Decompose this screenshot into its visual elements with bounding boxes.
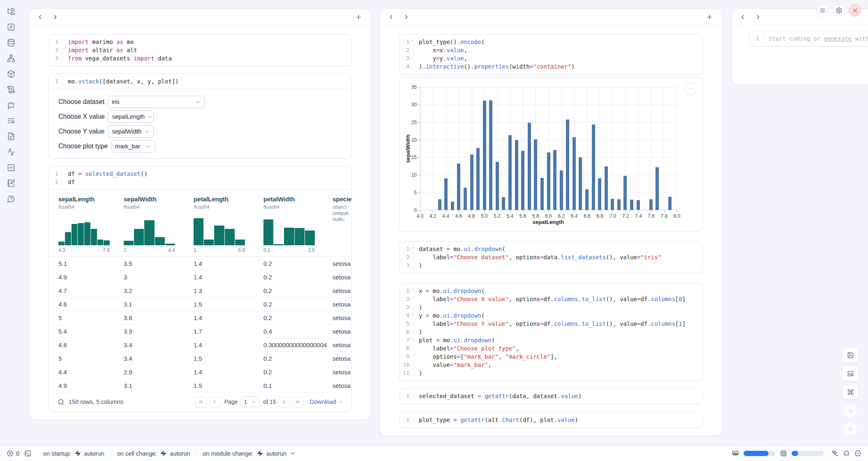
layout-button[interactable] [842,366,859,381]
prev-page-button[interactable] [209,396,220,408]
add-cell-button[interactable] [704,12,715,23]
column-histogram[interactable] [263,214,315,245]
fold-chevron-icon[interactable] [411,337,414,341]
column-prev-button[interactable] [34,12,46,23]
column-header[interactable]: sepalWidthfloat6424.4 [124,196,194,253]
column-header[interactable]: petalLengthfloat6416.9 [194,196,263,253]
y-value-select[interactable]: sepalWidth [108,125,154,138]
code-editor[interactable]: 1Start coding or generate with AI [749,31,868,46]
line-number: 1 [399,38,413,46]
histogram-bar [274,244,284,245]
column-1-header [29,9,371,25]
table-cell: 1.5 [194,301,263,308]
table-row[interactable]: 4.93.11.50.1setosa [48,379,352,392]
table-row[interactable]: 4.42.91.40.2setosa [48,365,352,379]
cell-dataset-dropdown: 1dataset = mo.ui.dropdown(2 label="Choos… [399,241,703,273]
on-cell-change-chip[interactable]: on cell change: autorun [111,449,196,459]
sidebar-item-variables[interactable] [4,145,18,159]
fold-chevron-icon[interactable] [411,39,414,43]
column-next-button[interactable] [49,12,61,23]
sidebar-item-tracebacks[interactable] [4,114,18,128]
table-cell: setosa [332,328,352,335]
next-page-button[interactable] [279,396,290,408]
table-search-button[interactable] [58,399,65,406]
table-row[interactable]: 4.63.11.50.2setosa [48,297,352,311]
sidebar-item-file-explorer[interactable] [4,5,18,18]
column-header[interactable]: petalWidthfloat640.12.5 [263,196,332,253]
column-histogram[interactable] [124,214,175,245]
table-row[interactable]: 5.13.51.40.2setosa [48,257,352,270]
fold-chevron-icon[interactable] [411,313,414,316]
ai-button[interactable] [831,450,838,457]
x-value-select[interactable]: sepalLength [108,111,154,123]
x-tick-mark [536,211,536,213]
column-header[interactable]: speciesobjectunique:nulls: [332,196,352,253]
sidebar-item-datasources[interactable] [4,36,18,50]
sidebar-item-dependencies[interactable] [4,51,18,65]
on-startup-chip[interactable]: on startup: autorun [37,449,111,459]
plot-type-select[interactable]: mark_bar [111,140,155,152]
dataset-select[interactable]: iris [108,96,205,108]
code-editor[interactable]: 1x = mo.ui.dropdown(2 label="Choose X va… [399,284,702,380]
connection-status-button[interactable] [854,450,861,457]
sidebar-item-documentation[interactable] [4,129,18,143]
table-row[interactable]: 53.61.40.2setosa [48,311,352,325]
code-editor[interactable]: 1import marimo as mo2import altair as al… [48,35,351,66]
table-cell: 1.4 [194,314,263,321]
sidebar-item-scratchpad[interactable] [4,176,18,190]
table-row[interactable]: 53.41.50.2setosa [48,352,352,365]
fold-chevron-icon[interactable] [411,246,414,250]
y-tick-label: 5 [399,190,417,196]
sidebar-item-help[interactable] [4,192,18,206]
copilot-button[interactable] [843,450,850,457]
table-cell: 3.1 [124,301,194,308]
terminal-button[interactable] [24,450,31,457]
fold-chevron-icon[interactable] [411,288,414,292]
first-page-button[interactable] [196,396,207,408]
code-editor[interactable]: 1mo.vstack([dataset, x, y, plot]) [48,74,351,89]
column-histogram[interactable] [58,214,110,245]
chart-menu-button[interactable] [684,82,697,95]
sidebar-item-functions[interactable] [4,20,18,34]
sidebar-item-logs[interactable] [4,83,18,97]
download-button[interactable]: Download [310,399,344,405]
last-page-button[interactable] [292,396,303,408]
histogram-bar [235,240,245,245]
add-cell-button[interactable] [353,12,364,23]
on-module-change-chip[interactable]: on module change: autorun [197,449,303,459]
column-header[interactable]: sepalLengthfloat644.37.9 [58,196,124,253]
table-cell: 4.9 [58,382,124,389]
chart-plot-area[interactable] [420,87,677,210]
errors-button[interactable]: 0 [7,450,19,457]
chart-output[interactable]: sepalWidthsepalLength051015202530354.04.… [399,77,703,231]
line-number: 1 [48,38,62,46]
column-prev-button[interactable] [737,12,748,23]
shutdown-button[interactable] [849,4,861,16]
page-select[interactable]: 1 [241,396,259,407]
table-row[interactable]: 4.63.41.40.30000000000000004setosa [48,338,352,352]
table-row[interactable]: 5.43.91.70.4setosa [48,325,352,338]
code-editor[interactable]: 1df = selected_dataset()2df [48,166,351,189]
column-prev-button[interactable] [385,12,397,23]
code-editor[interactable]: 1plot_type = getattr(alt.Chart(df), plot… [399,413,702,427]
table-row[interactable]: 4.73.21.30.2setosa [48,284,352,297]
sidebar-item-packages[interactable] [4,67,18,81]
code-editor[interactable]: 1dataset = mo.ui.dropdown(2 label="Choos… [399,242,702,273]
column-next-button[interactable] [752,12,764,23]
sidebar-item-snippets[interactable] [4,161,18,175]
column-histogram[interactable] [194,214,245,245]
code-editor[interactable]: 1selected_dataset = getattr(data, datase… [399,389,702,403]
code-line: 10 value="mark_bar", [399,361,702,369]
table-row[interactable]: 4.931.40.2setosa [48,270,352,284]
command-palette-button[interactable] [842,384,859,400]
notebook-menu-button[interactable] [816,4,829,16]
gridline [612,88,613,210]
run-button[interactable] [843,422,858,436]
code-editor[interactable]: 1plot_type().encode(2 x=x.value,3 y=y.va… [399,35,702,74]
settings-button[interactable] [833,4,845,16]
stop-button[interactable] [843,403,858,418]
column-next-button[interactable] [400,12,412,23]
cpu-icon [780,450,787,457]
sidebar-item-ai-chat[interactable] [4,98,18,112]
save-button[interactable] [842,347,859,363]
